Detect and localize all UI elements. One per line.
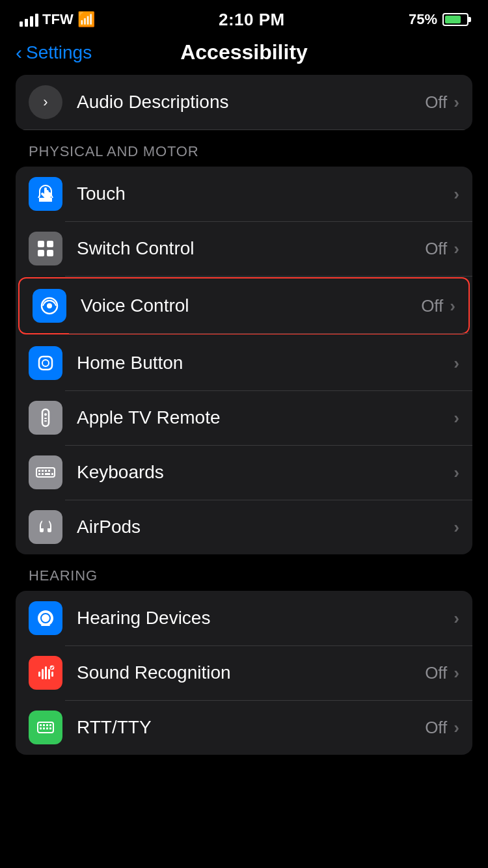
hearing-card: Hearing Devices › Sound Recognition Off … bbox=[16, 591, 472, 755]
sound-recognition-chevron: › bbox=[454, 663, 459, 683]
touch-label: Touch bbox=[77, 183, 454, 204]
svg-rect-25 bbox=[48, 669, 50, 679]
status-right: 75% bbox=[409, 11, 468, 28]
svg-rect-24 bbox=[45, 666, 47, 679]
svg-rect-23 bbox=[42, 669, 44, 679]
keyboards-label: Keyboards bbox=[77, 462, 454, 483]
apple-tv-remote-item[interactable]: Apple TV Remote › bbox=[16, 390, 472, 445]
svg-rect-6 bbox=[39, 357, 52, 370]
svg-rect-3 bbox=[47, 250, 53, 256]
page-title: Accessibility bbox=[180, 40, 308, 64]
home-button-chevron: › bbox=[454, 353, 459, 373]
apple-tv-remote-label: Apple TV Remote bbox=[77, 407, 454, 428]
svg-rect-13 bbox=[38, 470, 40, 472]
hearing-devices-chevron: › bbox=[454, 608, 459, 629]
sound-recognition-label: Sound Recognition bbox=[77, 662, 425, 683]
voice-control-value: Off bbox=[421, 296, 443, 316]
svg-rect-33 bbox=[40, 727, 42, 729]
svg-rect-22 bbox=[38, 671, 40, 677]
svg-rect-14 bbox=[42, 470, 44, 472]
home-button-icon bbox=[29, 346, 62, 380]
touch-item[interactable]: Touch › bbox=[16, 167, 472, 221]
svg-rect-16 bbox=[48, 470, 50, 472]
physical-motor-card: Touch › Switch Control Off › bbox=[16, 167, 472, 554]
sound-recognition-value: Off bbox=[425, 663, 447, 683]
voice-control-item[interactable]: Voice Control Off › bbox=[18, 277, 470, 334]
status-time: 2:10 PM bbox=[219, 10, 285, 30]
svg-rect-29 bbox=[40, 724, 42, 726]
status-bar: TFW 📶 2:10 PM 75% bbox=[0, 0, 488, 35]
svg-rect-19 bbox=[45, 473, 50, 475]
audio-descriptions-item[interactable]: › Audio Descriptions Off › bbox=[16, 75, 472, 130]
airpods-item[interactable]: AirPods › bbox=[16, 500, 472, 554]
back-label: Settings bbox=[26, 42, 92, 63]
svg-rect-17 bbox=[38, 473, 40, 475]
switch-control-value: Off bbox=[425, 239, 447, 259]
voice-control-label: Voice Control bbox=[81, 295, 421, 316]
home-button-label: Home Button bbox=[77, 353, 454, 373]
chevron-right-icon: › bbox=[43, 94, 47, 111]
svg-rect-31 bbox=[46, 724, 48, 726]
keyboards-icon bbox=[29, 455, 62, 489]
content: › Audio Descriptions Off › PHYSICAL AND … bbox=[0, 75, 488, 755]
svg-point-7 bbox=[42, 360, 49, 366]
hearing-devices-item[interactable]: Hearing Devices › bbox=[16, 591, 472, 645]
svg-rect-35 bbox=[46, 727, 48, 729]
apple-tv-remote-chevron: › bbox=[454, 408, 459, 428]
top-partial-card: › Audio Descriptions Off › bbox=[16, 75, 472, 130]
airpods-label: AirPods bbox=[77, 517, 454, 537]
voice-control-chevron: › bbox=[450, 296, 455, 316]
svg-rect-12 bbox=[36, 468, 55, 477]
signal-icon bbox=[20, 12, 38, 27]
switch-control-item[interactable]: Switch Control Off › bbox=[16, 221, 472, 276]
svg-point-21 bbox=[44, 616, 47, 620]
svg-point-9 bbox=[44, 413, 47, 416]
apple-tv-remote-icon bbox=[29, 401, 62, 435]
touch-icon bbox=[29, 177, 62, 211]
svg-rect-36 bbox=[49, 727, 51, 729]
hearing-section-label: HEARING bbox=[0, 554, 488, 591]
audio-descriptions-chevron: › bbox=[454, 92, 459, 113]
svg-rect-10 bbox=[44, 418, 47, 419]
scroll-indicator: › bbox=[29, 85, 62, 119]
nav-bar: ‹ Settings Accessibility bbox=[0, 35, 488, 75]
keyboards-chevron: › bbox=[454, 463, 459, 483]
rtt-tty-icon bbox=[29, 711, 62, 744]
airpods-icon bbox=[29, 510, 62, 544]
status-left: TFW 📶 bbox=[20, 11, 95, 28]
svg-rect-2 bbox=[38, 250, 44, 256]
touch-chevron: › bbox=[454, 184, 459, 204]
audio-descriptions-label: Audio Descriptions bbox=[77, 92, 425, 113]
switch-control-chevron: › bbox=[454, 239, 459, 259]
svg-rect-0 bbox=[38, 241, 44, 247]
svg-rect-11 bbox=[44, 420, 47, 422]
battery-percent: 75% bbox=[409, 11, 437, 28]
sound-recognition-icon bbox=[29, 656, 62, 690]
keyboards-item[interactable]: Keyboards › bbox=[16, 445, 472, 500]
back-chevron-icon: ‹ bbox=[16, 42, 22, 64]
home-button-item[interactable]: Home Button › bbox=[16, 336, 472, 390]
back-button[interactable]: ‹ Settings bbox=[16, 42, 92, 64]
rtt-tty-chevron: › bbox=[454, 718, 459, 738]
svg-rect-20 bbox=[51, 473, 53, 475]
svg-rect-30 bbox=[43, 724, 45, 726]
audio-descriptions-value: Off bbox=[425, 92, 447, 113]
svg-point-5 bbox=[47, 303, 52, 308]
switch-control-label: Switch Control bbox=[77, 238, 425, 259]
physical-motor-section-label: PHYSICAL AND MOTOR bbox=[0, 130, 488, 167]
hearing-devices-icon bbox=[29, 601, 62, 635]
wifi-icon: 📶 bbox=[77, 11, 95, 28]
svg-rect-15 bbox=[45, 470, 47, 472]
svg-rect-34 bbox=[43, 727, 45, 729]
voice-control-icon bbox=[33, 289, 66, 323]
hearing-devices-label: Hearing Devices bbox=[77, 608, 454, 629]
rtt-tty-item[interactable]: RTT/TTY Off › bbox=[16, 700, 472, 755]
svg-rect-18 bbox=[42, 473, 44, 475]
switch-control-icon bbox=[29, 232, 62, 265]
rtt-tty-label: RTT/TTY bbox=[77, 717, 425, 738]
carrier-label: TFW bbox=[42, 11, 74, 28]
sound-recognition-item[interactable]: Sound Recognition Off › bbox=[16, 645, 472, 700]
svg-rect-32 bbox=[49, 724, 51, 726]
airpods-chevron: › bbox=[454, 517, 459, 537]
svg-rect-1 bbox=[47, 241, 53, 247]
